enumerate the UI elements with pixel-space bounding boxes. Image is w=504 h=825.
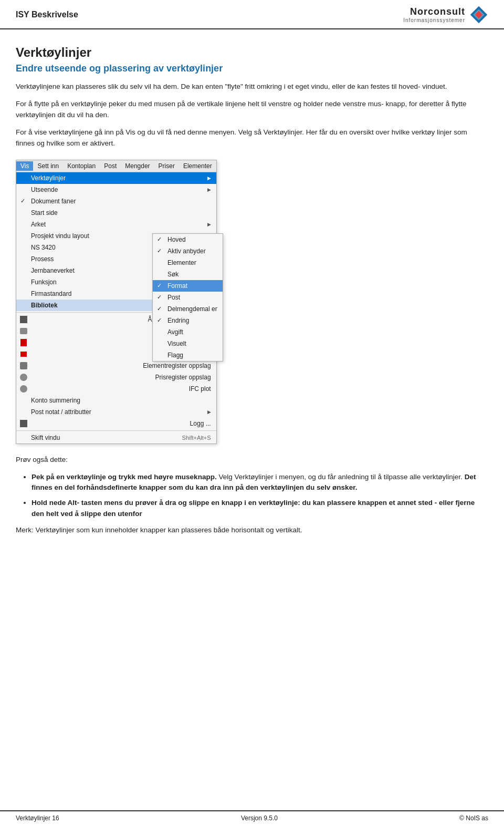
- paragraph-1: Verktøylinjene kan plasseres slik du sel…: [16, 81, 478, 92]
- menu-item-utseende[interactable]: Utseende: [16, 184, 216, 195]
- menu-item-konto-summering[interactable]: Konto summering: [16, 395, 216, 406]
- skift-vindu-label: Skift vindu: [31, 434, 60, 441]
- menu-screenshot: Vis Sett inn Kontoplan Post Mengder Pris…: [16, 160, 478, 444]
- bullet-item-1: Pek på en verktøylinje og trykk med høyr…: [32, 472, 478, 494]
- logo-name: Norconsult: [410, 6, 465, 17]
- menu-bar-priser[interactable]: Priser: [154, 161, 179, 171]
- bullet1-bold: Pek på en verktøylinje og trykk med høyr…: [32, 473, 217, 481]
- menu-item-elementregister[interactable]: Elementregister oppslag: [16, 360, 216, 372]
- menu-bar-post[interactable]: Post: [100, 161, 121, 171]
- logg-icon: [19, 419, 28, 428]
- main-content: Verktøylinjer Endre utseende og plasseri…: [0, 29, 504, 558]
- menu-item-skift-vindu[interactable]: Skift vindu Shift+Alt+S: [16, 432, 216, 444]
- menu-bar-elementer[interactable]: Elementer: [179, 161, 216, 171]
- lib-icon: [19, 315, 28, 324]
- db-icon: [19, 327, 28, 335]
- footer-right: © NoIS as: [459, 814, 488, 822]
- grid-icon: [19, 362, 28, 370]
- app-title: ISY Beskrivelse: [16, 10, 78, 19]
- flag-icon: [19, 350, 28, 358]
- menu-bar-vis[interactable]: Vis: [16, 161, 33, 171]
- menu-item-ifc-plot[interactable]: IFC plot: [16, 383, 216, 395]
- try-also-label: Prøv også dette:: [16, 455, 478, 466]
- footer-center: Versjon 9.5.0: [241, 814, 278, 822]
- submenu-flagg[interactable]: Flagg: [153, 349, 223, 361]
- menu-bar-sett-inn[interactable]: Sett inn: [33, 161, 63, 171]
- bullet3-bold: Hold nede Alt- tasten mens du prøver å d…: [32, 499, 475, 518]
- paragraph-3: For å vise verktøylinjene gå inn på Vis …: [16, 127, 478, 149]
- submenu-aktiv-anbyder[interactable]: Aktiv anbyder: [153, 245, 223, 257]
- page-footer: Verktøylinjer 16 Versjon 9.5.0 © NoIS as: [0, 810, 504, 825]
- menu-item-verktoylinjer[interactable]: Verktøylinjer: [16, 172, 216, 184]
- gear2-icon: [19, 385, 28, 393]
- menu-bar-mengder[interactable]: Mengder: [121, 161, 154, 171]
- bullet-item-2: Hold nede Alt- tasten mens du prøver å d…: [32, 498, 478, 520]
- menu-bar: Vis Sett inn Kontoplan Post Mengder Pris…: [16, 160, 216, 172]
- submenu: Hoved Aktiv anbyder Elementer Søk Format…: [152, 233, 223, 362]
- book-icon: [19, 338, 28, 347]
- submenu-format[interactable]: Format: [153, 280, 223, 292]
- logo-text: Norconsult Informasjonssystemer: [403, 6, 465, 23]
- submenu-avgift[interactable]: Avgift: [153, 326, 223, 338]
- page-subtitle: Endre utseende og plassering av verktøyl…: [16, 63, 478, 74]
- logo-sub: Informasjonssystemer: [403, 17, 465, 23]
- submenu-delmengdemal[interactable]: Delmengdemal er: [153, 303, 223, 315]
- note-text: Merk: Verktøylinjer som kun inneholder k…: [16, 525, 478, 536]
- menu-item-prisregister[interactable]: Prisregister oppslag: [16, 372, 216, 383]
- submenu-endring[interactable]: Endring: [153, 315, 223, 326]
- page-header: ISY Beskrivelse Norconsult Informasjonss…: [0, 0, 504, 29]
- logo-area: Norconsult Informasjonssystemer: [403, 5, 488, 24]
- submenu-visuelt[interactable]: Visuelt: [153, 338, 223, 349]
- logo-diamond-icon: [469, 5, 488, 24]
- menu-item-start-side[interactable]: Start side: [16, 207, 216, 219]
- submenu-sok[interactable]: Søk: [153, 269, 223, 280]
- bullet1-rest: Velg Verktøylinjer i menyen, og du får a…: [217, 473, 463, 481]
- menu-item-arket[interactable]: Arket: [16, 219, 216, 230]
- submenu-elementer[interactable]: Elementer: [153, 257, 223, 269]
- bullet-list: Pek på en verktøylinje og trykk med høyr…: [32, 472, 478, 520]
- skift-vindu-shortcut: Shift+Alt+S: [182, 435, 211, 441]
- menu-item-dokument-faner[interactable]: Dokument faner: [16, 195, 216, 207]
- submenu-hoved[interactable]: Hoved: [153, 234, 223, 245]
- paragraph-2: For å flytte på en verktøylinje peker du…: [16, 99, 478, 121]
- gear-icon: [19, 373, 28, 381]
- submenu-post[interactable]: Post: [153, 292, 223, 303]
- page-title: Verktøylinjer: [16, 45, 478, 60]
- menu-item-post-notat[interactable]: Post notat / attributter: [16, 406, 216, 418]
- menu-separator-2: [16, 430, 216, 431]
- menu-item-logg[interactable]: Logg ...: [16, 418, 216, 429]
- menu-bar-kontoplan[interactable]: Kontoplan: [63, 161, 100, 171]
- footer-left: Verktøylinjer 16: [16, 814, 59, 822]
